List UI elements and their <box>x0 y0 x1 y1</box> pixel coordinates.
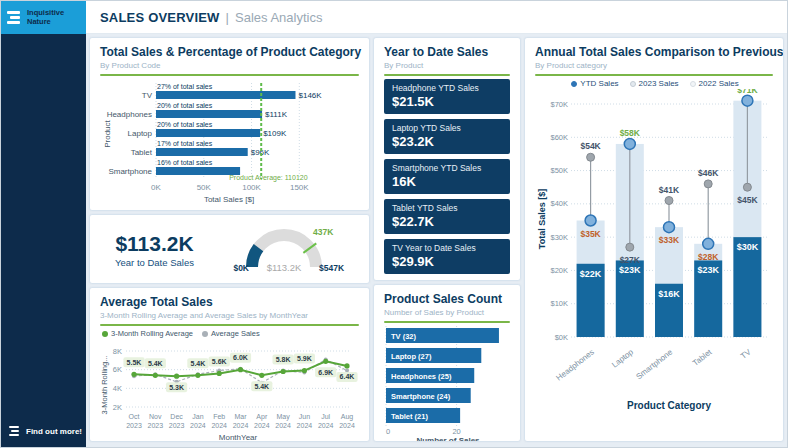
legend-item-gray[interactable]: Average Sales <box>202 329 260 338</box>
svg-text:Oct: Oct <box>129 413 140 420</box>
svg-text:Total Sales [$]: Total Sales [$] <box>537 189 547 249</box>
ytd-card[interactable]: Headphone YTD Sales$21.5K <box>384 79 510 114</box>
line-chart-legend: 3-Month Rolling AverageAverage Sales <box>102 329 359 338</box>
svg-text:$10K: $10K <box>550 299 568 308</box>
svg-text:5.4K: 5.4K <box>191 360 206 367</box>
2023-point-headphones[interactable] <box>585 215 596 226</box>
ytd-kpi-value: $113.2K <box>100 232 209 256</box>
find-out-more-label: Find out more! <box>26 427 82 436</box>
bar-tablet[interactable] <box>156 148 248 156</box>
2023-point-smartphone[interactable] <box>664 222 675 233</box>
2023-point-tv[interactable] <box>742 95 753 106</box>
sales-count-svg: 020TV (32)Laptop (27)Headphones (25)Smar… <box>384 326 512 442</box>
rolling-average-line-chart: 2K4K6K8K5.5K5.4K5.3K5.4K5.6K6.0K5.4K5.8K… <box>100 339 359 442</box>
data-point[interactable] <box>153 373 158 378</box>
data-point[interactable] <box>302 368 307 373</box>
svg-text:$41K: $41K <box>659 185 680 195</box>
data-point[interactable] <box>131 372 136 377</box>
data-point[interactable] <box>259 373 264 378</box>
2022-point-tv[interactable] <box>743 183 751 191</box>
svg-text:$547K: $547K <box>319 263 345 273</box>
page-title: SALES OVERVIEW <box>100 10 220 25</box>
data-point[interactable] <box>344 363 349 368</box>
svg-text:Laptop (27): Laptop (27) <box>391 352 432 361</box>
combo-chart-legend: YTD Sales2023 Sales2022 Sales <box>537 79 773 88</box>
svg-text:$40K: $40K <box>550 199 568 208</box>
green-divider <box>384 321 510 323</box>
data-point[interactable] <box>217 371 222 376</box>
svg-text:Total Sales [$]: Total Sales [$] <box>204 195 254 204</box>
svg-text:17% of total sales: 17% of total sales <box>157 140 213 147</box>
bar-smartphone[interactable] <box>156 167 240 175</box>
svg-text:2023: 2023 <box>126 422 142 429</box>
svg-text:Tablet (21): Tablet (21) <box>391 412 428 421</box>
svg-text:27% of total sales: 27% of total sales <box>157 83 213 90</box>
bar-tv[interactable] <box>156 91 295 99</box>
panel-title: Product Sales Count <box>384 292 510 306</box>
category-bar-chart: 0K50K100K150KTV27% of total sales$146KHe… <box>100 79 359 211</box>
svg-text:Smartphone: Smartphone <box>634 347 674 381</box>
gray-series-dot-icon <box>202 331 208 337</box>
panel-annual-comparison: Annual Total Sales Comparison to Previou… <box>524 37 784 442</box>
ytd-card-value: 16K <box>392 174 502 189</box>
find-out-more-link[interactable]: Find out more! <box>9 425 82 437</box>
svg-text:$20K: $20K <box>550 266 568 275</box>
svg-text:Jun: Jun <box>299 413 310 420</box>
gauge-value-arc[interactable] <box>252 248 259 267</box>
legend-item-ytd-sales[interactable]: YTD Sales <box>571 79 618 88</box>
svg-text:$0K: $0K <box>555 333 568 342</box>
ytd-gauge-chart: 437K$0K$547K$113.2K <box>209 221 359 279</box>
title-divider: | <box>226 10 229 25</box>
2022-point-smartphone[interactable] <box>665 197 673 205</box>
data-point[interactable] <box>323 359 328 364</box>
svg-text:MonthYear: MonthYear <box>219 433 258 442</box>
bar-headphones[interactable] <box>156 110 262 118</box>
data-point[interactable] <box>195 373 200 378</box>
svg-text:2023: 2023 <box>169 422 185 429</box>
sales-count-bar-chart: 020TV (32)Laptop (27)Headphones (25)Smar… <box>384 326 510 442</box>
svg-text:437K: 437K <box>313 227 334 237</box>
ytd-card[interactable]: Tablet YTD Sales$22.7K <box>384 199 510 234</box>
svg-text:6.9K: 6.9K <box>318 369 333 376</box>
data-point[interactable] <box>281 369 286 374</box>
svg-text:Jan: Jan <box>192 413 203 420</box>
legend-item-green[interactable]: 3-Month Rolling Average <box>102 329 193 338</box>
data-point[interactable] <box>174 374 179 379</box>
svg-text:50K: 50K <box>197 183 212 192</box>
2023-point-tablet[interactable] <box>703 238 714 249</box>
page-subtitle: Sales Analytics <box>235 10 322 25</box>
legend-dot-icon <box>571 81 577 87</box>
svg-text:2024: 2024 <box>339 422 355 429</box>
annual-combo-svg: $0K$10K$20K$30K$40K$50K$60K$70K$22K$54K$… <box>535 89 773 421</box>
svg-text:$111K: $111K <box>265 110 288 119</box>
legend-dot-icon <box>630 81 636 87</box>
svg-text:150K: 150K <box>290 183 309 192</box>
inquisitive-nature-logo[interactable]: Inquisitive Nature <box>1 1 86 34</box>
ytd-card-label: Tablet YTD Sales <box>392 203 502 213</box>
svg-text:Laptop: Laptop <box>610 347 635 369</box>
ytd-card[interactable]: Smartphone YTD Sales16K <box>384 159 510 194</box>
ytd-card[interactable]: Laptop YTD Sales$23.2K <box>384 119 510 154</box>
svg-text:5.6K: 5.6K <box>212 358 227 365</box>
panel-subtitle: 3-Month Rolling Average and Average Sale… <box>100 311 359 320</box>
data-point[interactable] <box>238 367 243 372</box>
2023-point-laptop[interactable] <box>624 138 635 149</box>
legend-item-2022-sales[interactable]: 2022 Sales <box>690 79 739 88</box>
svg-text:2024: 2024 <box>211 422 227 429</box>
green-series-dot-icon <box>102 331 108 337</box>
svg-text:Laptop: Laptop <box>128 129 153 138</box>
2022-point-laptop[interactable] <box>626 243 634 251</box>
green-divider <box>100 74 359 76</box>
2022-point-tablet[interactable] <box>704 180 712 188</box>
bar-laptop[interactable] <box>156 129 260 137</box>
svg-text:8K: 8K <box>113 347 122 356</box>
2022-point-headphones[interactable] <box>587 153 595 161</box>
svg-text:Smartphone (24): Smartphone (24) <box>391 392 451 401</box>
svg-text:$35K: $35K <box>580 229 601 239</box>
legend-item-2023-sales[interactable]: 2023 Sales <box>630 79 679 88</box>
ytd-card[interactable]: TV Year to Date Sales$29.9K <box>384 239 510 274</box>
svg-text:5.8K: 5.8K <box>276 356 291 363</box>
svg-text:2024: 2024 <box>275 422 291 429</box>
svg-text:$28K: $28K <box>698 252 719 262</box>
ytd-kpi-caption: Year to Date Sales <box>100 257 209 268</box>
